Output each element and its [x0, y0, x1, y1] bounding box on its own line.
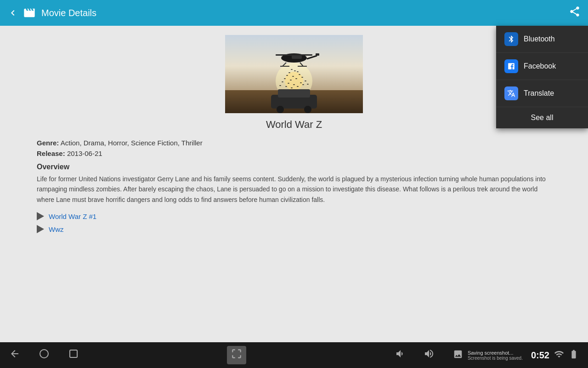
facebook-label: Facebook: [524, 62, 556, 70]
battery-icon: [569, 349, 579, 361]
svg-rect-12: [316, 53, 319, 56]
share-button[interactable]: [569, 6, 581, 20]
sub-notification-text: Screenshot is being saved.: [468, 356, 523, 361]
svg-point-34: [285, 86, 287, 87]
share-dropdown: Bluetooth Facebook Translate See all: [496, 26, 588, 128]
screenshot-status-icon: [453, 349, 463, 361]
nav-right: Saving screenshot... Screenshot is being…: [394, 348, 579, 362]
app-bar: Movie Details: [0, 0, 588, 26]
svg-point-22: [292, 76, 294, 77]
svg-point-35: [291, 87, 293, 88]
translate-icon: [504, 86, 518, 100]
screenshot-nav-button[interactable]: [227, 346, 246, 364]
status-area: Saving screenshot... Screenshot is being…: [453, 349, 579, 361]
bluetooth-label: Bluetooth: [524, 35, 555, 43]
vol-up-button[interactable]: [424, 348, 435, 362]
svg-point-27: [301, 77, 303, 78]
svg-point-39: [40, 350, 48, 358]
film-icon: [22, 6, 37, 20]
svg-point-28: [282, 81, 283, 82]
svg-point-26: [295, 78, 297, 79]
see-all-label: See all: [531, 114, 554, 122]
play-icon-1: [37, 212, 44, 220]
movie-poster: [225, 35, 363, 113]
svg-point-33: [279, 85, 281, 86]
status-text-block: Saving screenshot... Screenshot is being…: [468, 350, 523, 361]
notification-text: Saving screenshot...: [468, 350, 523, 356]
svg-point-37: [302, 84, 304, 85]
nav-center: [227, 346, 246, 364]
svg-point-31: [300, 82, 302, 83]
svg-point-30: [293, 84, 295, 85]
vol-down-button[interactable]: [394, 348, 405, 362]
svg-point-24: [284, 78, 286, 79]
see-all-button[interactable]: See all: [496, 107, 588, 128]
share-translate[interactable]: Translate: [496, 80, 588, 107]
release-value: 2013-06-21: [67, 150, 102, 157]
svg-point-6: [277, 106, 284, 113]
home-nav-button[interactable]: [39, 348, 50, 362]
facebook-icon: [504, 59, 518, 73]
overview-text: Life for former United Nations investiga…: [37, 174, 551, 205]
svg-rect-40: [70, 350, 77, 357]
movie-title: World War Z: [37, 119, 551, 131]
svg-point-23: [299, 74, 300, 75]
overview-heading: Overview: [37, 163, 551, 171]
nav-left: [9, 348, 79, 362]
svg-point-38: [307, 84, 309, 85]
release-label: Release:: [37, 150, 65, 157]
page-title: Movie Details: [41, 8, 569, 18]
movie-genre: Genre: Action, Drama, Horror, Science Fi…: [37, 139, 551, 147]
video-link-1[interactable]: World War Z #1: [37, 212, 551, 220]
svg-point-21: [286, 75, 288, 76]
back-nav-button[interactable]: [9, 348, 20, 362]
svg-point-17: [291, 69, 293, 70]
svg-point-18: [294, 70, 296, 71]
back-button[interactable]: [7, 7, 18, 18]
genre-value: Action, Drama, Horror, Science Fiction, …: [61, 139, 203, 147]
translate-label: Translate: [524, 89, 554, 98]
bluetooth-icon: [504, 32, 518, 46]
svg-point-25: [290, 80, 292, 80]
genre-label: Genre:: [37, 139, 59, 147]
svg-point-29: [288, 83, 289, 84]
video-link-label-2[interactable]: Wwz: [49, 225, 64, 233]
svg-point-32: [305, 80, 306, 81]
svg-rect-5: [278, 89, 310, 98]
svg-point-7: [304, 106, 311, 113]
play-icon-2: [37, 225, 44, 233]
recents-nav-button[interactable]: [68, 348, 79, 362]
video-link-2[interactable]: Wwz: [37, 225, 551, 233]
svg-rect-10: [276, 54, 312, 56]
svg-point-36: [297, 86, 299, 87]
status-time: 0:52: [531, 350, 549, 361]
nav-bar: Saving screenshot... Screenshot is being…: [0, 342, 588, 368]
movie-release: Release: 2013-06-21: [37, 150, 551, 157]
wifi-icon: [554, 349, 564, 361]
svg-point-20: [297, 71, 299, 72]
svg-rect-9: [292, 55, 302, 59]
svg-point-19: [288, 72, 290, 73]
share-bluetooth[interactable]: Bluetooth: [496, 26, 588, 53]
share-facebook[interactable]: Facebook: [496, 53, 588, 80]
video-link-label-1[interactable]: World War Z #1: [49, 213, 96, 220]
